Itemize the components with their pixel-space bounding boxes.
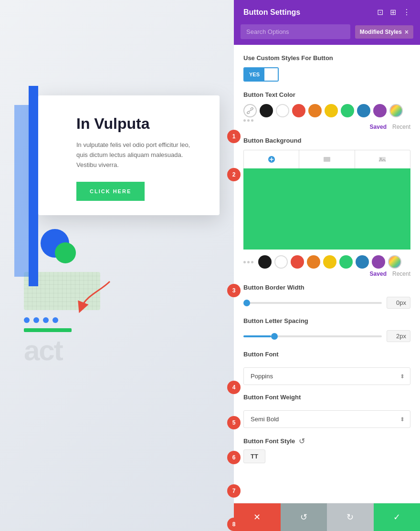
bg-color-swatches: [243, 255, 410, 269]
bg-color-swatch-green[interactable]: [339, 255, 353, 269]
letter-spacing-slider-row: 2px: [243, 330, 410, 342]
modified-styles-badge: Modified Styles ×: [355, 25, 413, 39]
dot-2: [33, 317, 39, 323]
link-color-swatch[interactable]: [243, 104, 257, 117]
border-width-thumb[interactable]: [243, 300, 250, 306]
color-swatch-black[interactable]: [260, 104, 273, 117]
bg-recent[interactable]: Recent: [392, 271, 410, 277]
border-width-section: Button Border Width 0px: [243, 284, 410, 309]
font-weight-select-wrapper: Semi Bold Regular Bold Light: [243, 406, 410, 428]
bg-color-swatch-blue[interactable]: [356, 255, 369, 269]
panel-header-icons: ⊡ ⊞ ⋮: [377, 8, 410, 17]
bg-color-swatch-black[interactable]: [258, 255, 272, 269]
font-weight-section: Button Font Weight Semi Bold Regular Bol…: [243, 394, 410, 428]
dot-3: [43, 317, 49, 323]
badge-close-icon[interactable]: ×: [405, 28, 409, 36]
arrow-decoration: [76, 277, 119, 315]
letter-spacing-track[interactable]: [243, 335, 382, 337]
watermark-text: act: [24, 334, 63, 367]
letter-spacing-section: Button Letter Spacing 2px: [243, 317, 410, 342]
redo-button[interactable]: ↻: [327, 503, 374, 531]
bg-saved[interactable]: Saved: [370, 271, 387, 277]
letter-spacing-thumb[interactable]: [271, 333, 278, 340]
font-weight-label: Button Font Weight: [243, 394, 410, 401]
color-swatch-custom[interactable]: [389, 104, 403, 117]
color-swatch-red[interactable]: [292, 104, 305, 117]
text-color-recent[interactable]: Recent: [392, 124, 410, 130]
letter-spacing-fill: [243, 335, 271, 337]
step-badge-5: 5: [227, 416, 241, 429]
bg-color-swatch-yellow[interactable]: [323, 255, 336, 269]
font-section: Button Font Poppins Roboto Open Sans: [243, 351, 410, 385]
undo-button[interactable]: ↺: [281, 503, 327, 531]
bg-tab-image[interactable]: [355, 150, 410, 168]
settings-panel: Button Settings ⊡ ⊞ ⋮ Modified Styles × …: [234, 0, 420, 531]
search-row: Modified Styles ×: [234, 24, 420, 45]
bg-tab-gradient[interactable]: [299, 150, 355, 168]
bg-tab-color[interactable]: [244, 150, 299, 168]
font-style-tt-button[interactable]: TT: [243, 449, 265, 463]
border-width-track[interactable]: [243, 302, 382, 304]
bg-color-swatch-orange[interactable]: [307, 255, 320, 269]
color-swatch-yellow[interactable]: [325, 104, 338, 117]
preview-text: In vulputate felis vel odio port efficit…: [76, 140, 200, 170]
blue-bar-accent: [29, 86, 38, 286]
text-color-swatches: [243, 104, 410, 117]
step-badge-2: 2: [227, 168, 241, 181]
custom-styles-label: Use Custom Styles For Button: [243, 54, 410, 62]
bg-color-swatch-custom[interactable]: [388, 255, 401, 269]
bg-color-swatch-red[interactable]: [291, 255, 304, 269]
color-swatch-purple[interactable]: [373, 104, 387, 117]
text-color-section: Button Text Color: [243, 91, 410, 130]
preview-content: In Vulputa In vulputate felis vel odio p…: [38, 95, 220, 215]
font-style-label: Button Font Style: [243, 437, 295, 445]
cancel-button[interactable]: ✕: [234, 503, 281, 531]
color-swatch-blue[interactable]: [357, 104, 370, 117]
color-swatch-white[interactable]: [276, 104, 289, 117]
preview-area: In Vulputa In vulputate felis vel odio p…: [0, 0, 239, 531]
preview-title: In Vulputa: [76, 115, 200, 133]
preview-button[interactable]: CLICK HERE: [76, 182, 145, 201]
border-width-value: 0px: [387, 297, 410, 309]
modified-styles-label: Modified Styles: [360, 29, 402, 35]
text-color-label: Button Text Color: [243, 91, 410, 98]
text-color-saved[interactable]: Saved: [370, 124, 387, 130]
font-style-section: Button Font Style ↺ TT: [243, 437, 410, 463]
swatch-dot-2: [247, 119, 250, 122]
letter-spacing-label: Button Letter Spacing: [243, 317, 410, 324]
bg-color-swatch-purple[interactable]: [372, 255, 385, 269]
font-label: Button Font: [243, 351, 410, 358]
search-input[interactable]: [241, 24, 350, 39]
letter-spacing-value: 2px: [387, 330, 410, 342]
panel-title: Button Settings: [243, 8, 300, 17]
color-swatch-orange[interactable]: [308, 104, 322, 117]
swatch-dots-row: [243, 119, 410, 122]
toggle-no-area: [264, 68, 278, 81]
step-badge-8: 8: [227, 518, 241, 531]
font-style-reset-icon[interactable]: ↺: [299, 437, 305, 446]
dot-4: [52, 317, 58, 323]
font-select[interactable]: Poppins Roboto Open Sans: [243, 367, 410, 385]
more-icon[interactable]: ⋮: [403, 8, 410, 17]
background-color-preview[interactable]: [243, 168, 410, 250]
color-swatch-green[interactable]: [341, 104, 354, 117]
grid-icon[interactable]: ⊞: [390, 8, 396, 17]
border-width-slider-row: 0px: [243, 297, 410, 309]
bg-color-swatch-white[interactable]: [274, 255, 288, 269]
circle-green: [55, 242, 76, 263]
text-color-saved-recent: Saved Recent: [243, 124, 410, 130]
bg-swatch-dots: [243, 261, 253, 263]
swatch-dot-1: [243, 119, 246, 122]
svg-point-3: [380, 158, 382, 159]
font-weight-select[interactable]: Semi Bold Regular Bold Light: [243, 410, 410, 428]
toggle-yes-label: YES: [244, 68, 264, 81]
confirm-button[interactable]: ✓: [374, 503, 420, 531]
dots-row: [24, 317, 58, 323]
dot-1: [24, 317, 30, 323]
svg-rect-1: [324, 157, 330, 162]
panel-header: Button Settings ⊡ ⊞ ⋮: [234, 0, 420, 24]
custom-styles-toggle[interactable]: YES: [243, 67, 279, 82]
step-badge-7: 7: [227, 484, 241, 498]
font-style-buttons: TT: [243, 449, 410, 463]
expand-icon[interactable]: ⊡: [377, 8, 383, 17]
